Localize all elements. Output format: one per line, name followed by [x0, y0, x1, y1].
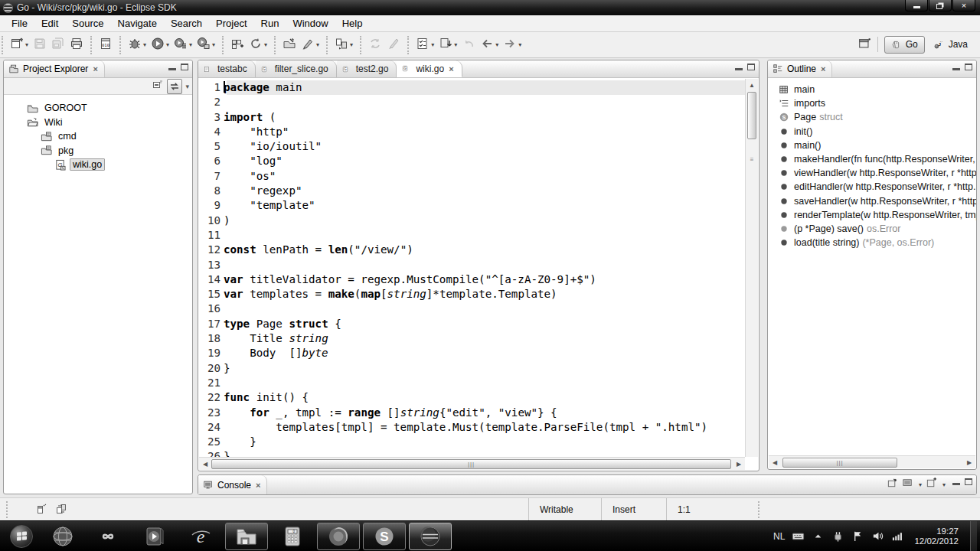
- power-icon[interactable]: [831, 530, 844, 543]
- menu-source[interactable]: Source: [65, 16, 110, 31]
- open-console-button[interactable]: [926, 478, 937, 492]
- chevron-down-icon[interactable]: ▾: [212, 41, 215, 48]
- minimize-button[interactable]: [905, 0, 928, 11]
- start-button[interactable]: [5, 523, 38, 550]
- scroll-left-icon[interactable]: ◀: [199, 458, 211, 470]
- outline-item[interactable]: load(title string)(*Page, os.Error): [768, 236, 976, 249]
- editor-horizontal-scrollbar[interactable]: ◀ ||| ▶: [199, 457, 745, 470]
- editor-trim-icon[interactable]: [55, 503, 67, 517]
- app-calculator[interactable]: 0: [271, 523, 314, 550]
- save-button[interactable]: [31, 35, 48, 55]
- app-infinity[interactable]: [87, 523, 130, 550]
- scrollbar-thumb[interactable]: [747, 92, 756, 139]
- toggle-pair-button[interactable]: ▾: [333, 35, 354, 55]
- tab-close-icon[interactable]: ×: [449, 64, 453, 73]
- tree-item-pkg[interactable]: pkg: [4, 144, 192, 158]
- outline-item[interactable]: SPagestruct: [768, 110, 976, 124]
- open-perspective-button[interactable]: [857, 36, 874, 53]
- nav-back-button[interactable]: ▾: [479, 35, 500, 55]
- annotation-next-button[interactable]: ▾: [437, 35, 459, 55]
- scrollbar-thumb[interactable]: |||: [782, 458, 897, 468]
- menu-search[interactable]: Search: [164, 16, 209, 31]
- project-explorer-close-icon[interactable]: ×: [93, 64, 97, 73]
- minimize-view-icon[interactable]: [952, 64, 960, 70]
- keyboard-icon[interactable]: [792, 530, 805, 543]
- app-skype[interactable]: S: [363, 523, 406, 550]
- chevron-down-icon[interactable]: ▾: [942, 481, 946, 488]
- chevron-down-icon[interactable]: ▾: [454, 41, 457, 48]
- chevron-down-icon[interactable]: ▾: [919, 481, 922, 488]
- new-wizard-button[interactable]: ▾: [8, 35, 30, 55]
- app-media-player[interactable]: [133, 523, 176, 550]
- outline-item[interactable]: editHandler(w http.ResponseWriter, r *ht…: [768, 180, 976, 194]
- view-menu-icon[interactable]: ▾: [185, 83, 189, 90]
- editor-vertical-scrollbar[interactable]: ▲ ≡: [745, 79, 758, 457]
- app-eclipse[interactable]: [409, 523, 452, 550]
- display-console-button[interactable]: [902, 478, 913, 492]
- chevron-down-icon[interactable]: ▾: [350, 41, 353, 48]
- fast-view-icon[interactable]: [35, 503, 47, 517]
- chevron-down-icon[interactable]: ▾: [431, 41, 434, 48]
- scroll-right-icon[interactable]: ▶: [733, 458, 745, 470]
- chevron-down-icon[interactable]: ▾: [166, 41, 169, 48]
- chevron-down-icon[interactable]: ▾: [25, 41, 28, 48]
- tree-item-cmd[interactable]: cmd: [4, 129, 192, 144]
- volume-icon[interactable]: [871, 530, 884, 543]
- chevron-down-icon[interactable]: ▾: [495, 41, 498, 48]
- taskbar-clock[interactable]: 19:27 12/02/2012: [914, 527, 959, 546]
- outline-item[interactable]: saveHandler(w http.ResponseWriter, r *ht…: [768, 194, 976, 208]
- outline-item[interactable]: makeHandler(fn func(http.ResponseWriter,: [768, 152, 976, 166]
- editor-tab-testabc[interactable]: testabc: [198, 60, 256, 77]
- chevron-down-icon[interactable]: ▾: [518, 41, 521, 48]
- outline-item[interactable]: init(): [768, 125, 976, 139]
- print-button[interactable]: [68, 35, 85, 55]
- console-close-icon[interactable]: ×: [256, 481, 260, 490]
- pin-console-button[interactable]: [887, 478, 898, 492]
- collapse-all-button[interactable]: [152, 79, 164, 94]
- run-external-button[interactable]: ▾: [195, 35, 217, 55]
- editor-tab-wiki-go[interactable]: Gwiki.go×: [397, 60, 462, 77]
- language-indicator[interactable]: NL: [773, 531, 785, 542]
- maximize-view-icon[interactable]: [965, 478, 972, 485]
- close-button[interactable]: ×: [952, 0, 975, 11]
- outline-item[interactable]: viewHandler(w http.ResponseWriter, r *ht…: [768, 166, 976, 180]
- outline-item[interactable]: renderTemplate(w http.ResponseWriter, tm…: [768, 208, 976, 222]
- tray-arrow-icon[interactable]: [812, 530, 825, 543]
- chevron-down-icon[interactable]: ▾: [316, 41, 319, 48]
- outline-close-icon[interactable]: ×: [821, 64, 825, 73]
- outline-item[interactable]: imports: [768, 96, 976, 110]
- app-firefox[interactable]: [317, 523, 360, 550]
- outline-item[interactable]: main: [768, 83, 976, 96]
- menu-navigate[interactable]: Navigate: [111, 16, 164, 31]
- scrollbar-thumb[interactable]: |||: [211, 459, 731, 469]
- sync-button[interactable]: [367, 35, 384, 55]
- show-desktop-button[interactable]: [970, 521, 977, 551]
- project-explorer-tab[interactable]: Project Explorer ×: [4, 60, 105, 77]
- code-editor[interactable]: 1package main23import (4 "http"5 "io/iou…: [199, 79, 745, 457]
- debug-button[interactable]: ▾: [126, 35, 148, 55]
- app-globe[interactable]: [41, 523, 84, 550]
- perspective-go-button[interactable]: Go: [884, 36, 925, 54]
- restore-button[interactable]: [929, 0, 952, 11]
- outline-item[interactable]: main(): [768, 139, 976, 152]
- flag-icon[interactable]: [851, 530, 864, 543]
- menu-window[interactable]: Window: [286, 16, 335, 31]
- save-all-button[interactable]: [50, 35, 67, 55]
- chevron-down-icon[interactable]: ▾: [189, 41, 192, 48]
- tree-item-goroot[interactable]: GOROOT: [4, 101, 192, 116]
- run-button[interactable]: ▾: [149, 35, 171, 55]
- menu-project[interactable]: Project: [209, 16, 253, 31]
- minimize-view-icon[interactable]: [168, 64, 176, 70]
- maximize-view-icon[interactable]: [181, 64, 188, 70]
- maximize-view-icon[interactable]: [747, 64, 755, 70]
- app-explorer[interactable]: [225, 523, 268, 550]
- highlighter-button[interactable]: ▾: [299, 35, 321, 55]
- nav-forward-button[interactable]: ▾: [501, 35, 523, 55]
- scroll-left-icon[interactable]: ◀: [769, 456, 781, 468]
- editor-tab-test2-go[interactable]: Gtest2.go: [337, 60, 397, 77]
- console-tab[interactable]: Console ×: [198, 475, 267, 494]
- maximize-view-icon[interactable]: [965, 64, 972, 70]
- format-brush-button[interactable]: [385, 35, 402, 55]
- outline-item[interactable]: (p *Page) save()os.Error: [768, 222, 976, 236]
- tree-item-wiki[interactable]: Wiki: [4, 116, 192, 130]
